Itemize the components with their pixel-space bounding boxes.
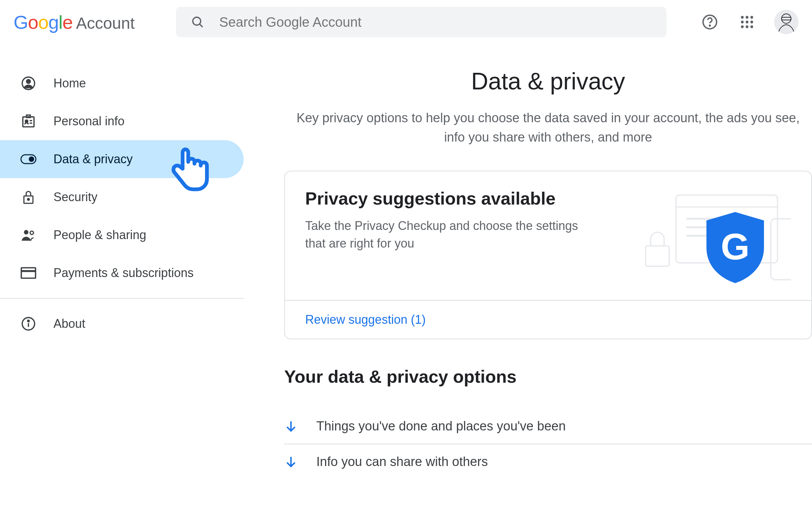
apps-grid-icon <box>740 15 754 29</box>
svg-point-28 <box>30 231 33 234</box>
arrow-down-icon <box>284 455 298 469</box>
option-row-activity[interactable]: Things you've done and places you've bee… <box>284 409 812 444</box>
card-icon <box>20 265 37 281</box>
people-icon <box>20 227 37 243</box>
header-actions <box>679 10 798 34</box>
card-illustration: G <box>608 188 791 283</box>
option-label: Info you can share with others <box>316 454 488 469</box>
page-subtitle: Key privacy options to help you choose t… <box>294 108 802 147</box>
sidebar: Home Personal info Data & privacy Securi… <box>0 44 244 508</box>
svg-point-5 <box>746 16 748 19</box>
account-avatar[interactable] <box>774 10 798 34</box>
home-icon <box>20 75 37 91</box>
svg-point-13 <box>774 10 798 34</box>
svg-point-10 <box>741 25 744 28</box>
sidebar-item-personal-info[interactable]: Personal info <box>0 102 244 140</box>
help-button[interactable] <box>700 12 720 32</box>
card-action-row: Review suggestion (1) <box>285 300 811 339</box>
svg-rect-39 <box>646 246 669 266</box>
svg-point-26 <box>27 198 29 200</box>
search-input[interactable] <box>219 15 653 30</box>
svg-point-27 <box>24 230 28 234</box>
svg-point-0 <box>193 17 201 25</box>
sidebar-item-label: Data & privacy <box>53 152 133 166</box>
arrow-down-icon <box>284 420 298 433</box>
sidebar-item-label: Security <box>53 190 97 204</box>
card-description: Take the Privacy Checkup and choose the … <box>305 217 583 252</box>
search-bar[interactable] <box>176 7 667 37</box>
toggle-icon <box>20 151 37 167</box>
svg-rect-29 <box>21 268 36 278</box>
help-icon <box>702 14 718 30</box>
sidebar-divider <box>0 298 244 299</box>
svg-point-8 <box>746 21 748 23</box>
privacy-suggestions-card: Privacy suggestions available Take the P… <box>284 171 812 339</box>
page-title: Data & privacy <box>284 68 812 95</box>
search-icon <box>189 14 206 30</box>
card-title: Privacy suggestions available <box>305 188 595 209</box>
sidebar-item-label: Home <box>53 76 86 90</box>
options-section-title: Your data & privacy options <box>284 366 812 387</box>
sidebar-item-people-sharing[interactable]: People & sharing <box>0 216 244 254</box>
header: Google Account <box>0 0 812 44</box>
sidebar-item-label: Personal info <box>53 114 125 128</box>
svg-point-3 <box>709 25 710 26</box>
google-logo: Google <box>14 11 73 33</box>
svg-point-7 <box>741 21 744 23</box>
svg-rect-18 <box>23 117 34 127</box>
svg-point-20 <box>25 120 28 122</box>
lock-icon <box>20 189 37 205</box>
svg-text:G: G <box>721 226 750 267</box>
svg-point-11 <box>746 25 748 28</box>
badge-icon <box>20 113 37 129</box>
sidebar-item-payments[interactable]: Payments & subscriptions <box>0 254 244 292</box>
option-row-share-info[interactable]: Info you can share with others <box>284 444 812 479</box>
product-name: Account <box>76 14 135 33</box>
main-panel: Data & privacy Key privacy options to he… <box>244 44 812 508</box>
sidebar-item-home[interactable]: Home <box>0 64 244 102</box>
svg-point-24 <box>29 156 34 162</box>
info-icon <box>20 316 37 332</box>
sidebar-item-about[interactable]: About <box>0 305 244 343</box>
svg-point-6 <box>750 16 753 19</box>
sidebar-item-label: Payments & subscriptions <box>53 266 194 280</box>
logo-block[interactable]: Google Account <box>14 11 176 33</box>
sidebar-item-label: People & sharing <box>53 228 146 242</box>
svg-point-4 <box>741 16 744 19</box>
option-label: Things you've done and places you've bee… <box>316 419 566 433</box>
apps-button[interactable] <box>737 12 757 32</box>
svg-point-12 <box>750 25 753 28</box>
svg-rect-19 <box>27 115 30 118</box>
svg-point-9 <box>750 21 753 23</box>
svg-point-17 <box>27 80 30 83</box>
avatar-icon <box>774 10 798 34</box>
svg-line-1 <box>200 24 203 27</box>
sidebar-item-label: About <box>53 317 85 331</box>
review-suggestion-link[interactable]: Review suggestion (1) <box>305 313 426 326</box>
svg-point-33 <box>28 320 29 322</box>
svg-rect-40 <box>771 219 791 280</box>
cursor-pointer-icon <box>169 146 210 193</box>
